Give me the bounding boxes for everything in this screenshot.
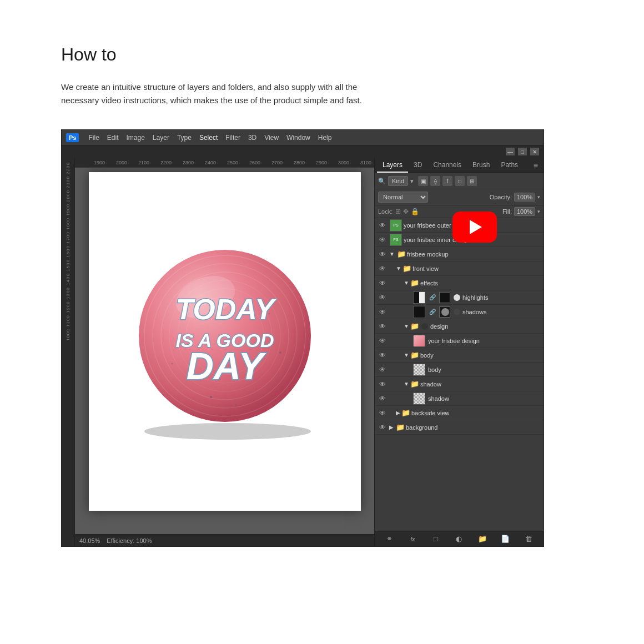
layer-row[interactable]: 👁 ▼ 📁 front view: [375, 261, 544, 276]
tab-3d[interactable]: 3D: [408, 158, 427, 173]
eye-icon[interactable]: 👁: [377, 422, 388, 433]
maximize-button[interactable]: □: [518, 148, 527, 155]
lock-icons-group: ⊞ ✥ 🔒: [395, 208, 419, 215]
layer-row[interactable]: 👁 your frisbee design: [375, 334, 544, 348]
panel-menu-icon[interactable]: ≡: [530, 160, 541, 171]
layers-list[interactable]: 👁 PS your frisbee outer design here 👁 PS…: [375, 218, 544, 531]
svg-point-15: [279, 351, 281, 354]
link-icon: 🔗: [428, 293, 437, 302]
mask-button[interactable]: □: [430, 534, 441, 545]
eye-icon[interactable]: 👁: [377, 234, 388, 245]
layer-row[interactable]: 👁 ▼ 📁 design: [375, 319, 544, 334]
eye-icon[interactable]: 👁: [377, 393, 388, 404]
expand-arrow[interactable]: ▶: [396, 410, 400, 416]
link-icon: 🔗: [428, 308, 437, 316]
canvas-area[interactable]: TODAY IS A GOOD DAY: [75, 168, 374, 534]
menu-view[interactable]: View: [260, 132, 283, 143]
eye-icon[interactable]: 👁: [377, 335, 388, 346]
group-button[interactable]: 📁: [477, 534, 488, 545]
filter-pixel-icon[interactable]: ▣: [418, 176, 428, 186]
menu-filter[interactable]: Filter: [222, 132, 244, 143]
adjustment-button[interactable]: ◐: [454, 534, 465, 545]
lock-position-icon[interactable]: ✥: [403, 208, 409, 215]
panel-tabs: Layers 3D Channels Brush Paths ≡: [375, 158, 544, 173]
layer-name: shadow: [428, 395, 449, 402]
ps-logo: Ps: [66, 133, 79, 142]
fx-button[interactable]: fx: [407, 534, 419, 545]
layer-row[interactable]: 👁 ▼ 📁 effects: [375, 276, 544, 290]
fill-section: Fill: 100% ▾: [502, 207, 540, 216]
youtube-button[interactable]: [452, 212, 497, 243]
expand-arrow[interactable]: ▼: [396, 265, 401, 271]
link-layers-button[interactable]: ⚭: [384, 534, 395, 545]
layer-name: body: [428, 366, 441, 373]
lock-all-icon[interactable]: 🔒: [411, 208, 419, 215]
layer-row[interactable]: 👁 ▶ 📁 backside view: [375, 406, 544, 420]
filter-adjust-icon[interactable]: ⟠: [430, 176, 440, 186]
expand-arrow[interactable]: ▼: [389, 251, 395, 257]
expand-arrow[interactable]: ▼: [404, 381, 409, 387]
tab-layers[interactable]: Layers: [377, 158, 408, 173]
eye-icon[interactable]: 👁: [377, 249, 388, 260]
menu-3d[interactable]: 3D: [244, 132, 260, 143]
expand-arrow[interactable]: ▼: [404, 352, 409, 358]
menu-edit[interactable]: Edit: [103, 132, 123, 143]
tab-brush[interactable]: Brush: [467, 158, 495, 173]
layer-row[interactable]: 👁 🔗 shadows: [375, 305, 544, 319]
eye-icon[interactable]: 👁: [377, 220, 388, 231]
delete-layer-button[interactable]: 🗑: [523, 534, 534, 545]
filter-shape-icon[interactable]: □: [455, 176, 465, 186]
close-button[interactable]: ✕: [530, 148, 539, 155]
mask-circle: [441, 308, 449, 316]
menu-window[interactable]: Window: [283, 132, 314, 143]
layer-row[interactable]: 👁 ▼ 📁 body: [375, 348, 544, 363]
layer-thumbnail: [413, 335, 425, 347]
fill-value[interactable]: 100%: [514, 207, 535, 216]
layer-row[interactable]: 👁 ▼ 📁 frisbee mockup: [375, 247, 544, 261]
lock-pixels-icon[interactable]: ⊞: [395, 208, 401, 215]
blend-mode-select[interactable]: Normal: [378, 192, 428, 203]
eye-icon[interactable]: 👁: [377, 321, 388, 332]
layer-row[interactable]: 👁 ▼ 📁 shadow: [375, 377, 544, 391]
layer-row[interactable]: 👁 body: [375, 363, 544, 377]
ruler-num: 2000: [110, 160, 133, 165]
minimize-button[interactable]: —: [506, 148, 515, 155]
layer-name: your frisbee design: [428, 338, 480, 344]
menu-type[interactable]: Type: [173, 132, 195, 143]
menu-layer[interactable]: Layer: [149, 132, 173, 143]
ruler-num: 2500: [222, 160, 244, 165]
tab-paths[interactable]: Paths: [495, 158, 524, 173]
layer-content: 🔗 shadows: [411, 306, 486, 318]
eye-icon[interactable]: 👁: [377, 379, 388, 390]
layer-row[interactable]: 👁 shadow: [375, 391, 544, 406]
opacity-value[interactable]: 100%: [514, 193, 535, 202]
eye-icon[interactable]: 👁: [377, 350, 388, 361]
menu-select[interactable]: Select: [195, 132, 222, 143]
new-layer-button[interactable]: 📄: [500, 534, 511, 545]
efficiency-status: Efficiency: 100%: [107, 537, 152, 544]
ruler-num: 2900: [310, 160, 333, 165]
layer-name: shadows: [462, 309, 486, 315]
ruler-num: 2300: [177, 160, 199, 165]
eye-icon[interactable]: 👁: [377, 292, 388, 303]
filter-kind-label: Kind: [388, 176, 408, 186]
eye-icon[interactable]: 👁: [377, 263, 388, 274]
expand-arrow[interactable]: ▶: [389, 424, 394, 430]
eye-icon[interactable]: 👁: [377, 278, 388, 289]
menu-help[interactable]: Help: [314, 132, 336, 143]
layer-name: frisbee mockup: [407, 251, 449, 258]
menu-file[interactable]: File: [84, 132, 103, 143]
expand-arrow[interactable]: ▼: [404, 323, 409, 329]
expand-arrow[interactable]: ▼: [404, 280, 409, 286]
eye-icon[interactable]: 👁: [377, 364, 388, 375]
page-title: How to: [61, 44, 583, 65]
tab-channels[interactable]: Channels: [427, 158, 467, 173]
folder-icon: 📁: [410, 351, 419, 359]
filter-type-icon[interactable]: T: [442, 176, 452, 186]
eye-icon[interactable]: 👁: [377, 407, 388, 419]
filter-smart-icon[interactable]: ⊞: [467, 176, 477, 186]
layer-row[interactable]: 👁 ▶ 📁 background: [375, 420, 544, 435]
layer-row[interactable]: 👁 🔗 highlights: [375, 290, 544, 305]
eye-icon[interactable]: 👁: [377, 306, 388, 318]
menu-image[interactable]: Image: [123, 132, 149, 143]
